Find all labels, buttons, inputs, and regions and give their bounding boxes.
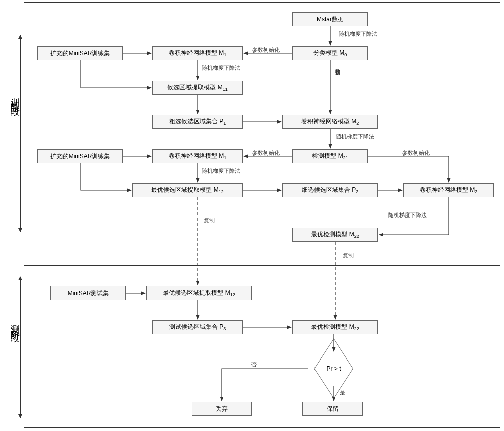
train-extent-arrow (20, 35, 28, 232)
box-m12-test: 最优候选区域提取模型 M12 (146, 286, 252, 300)
text-p2: 细选候选区域集合 P (302, 186, 356, 193)
box-m12: 最优候选区域提取模型 M12 (132, 183, 243, 197)
label-sgd-2: 随机梯度下降法 (202, 64, 240, 72)
box-m2-bot: 卷积神经网络模型 M2 (403, 183, 494, 197)
label-sgd-1: 随机梯度下降法 (339, 30, 377, 38)
text-m1top-sub: 1 (224, 53, 226, 58)
box-m1-bot: 卷积神经网络模型 M1 (152, 149, 243, 163)
box-p2: 细选候选区域集合 P2 (282, 183, 378, 197)
text-m11: 候选区域提取模型 M (167, 84, 222, 91)
box-aug2: 扩充的MiniSAR训练集 (37, 149, 123, 163)
label-copy-1: 复制 (204, 217, 215, 224)
text-m2bot: 卷积神经网络模型 M (420, 186, 475, 193)
text-m12: 最优候选区域提取模型 M (151, 186, 218, 193)
text-m0: 分类模型 M (313, 49, 344, 56)
box-p1: 粗选候选区域集合 P1 (152, 115, 243, 129)
text-keep: 保留 (327, 405, 339, 413)
label-sgd-4: 随机梯度下降法 (202, 167, 240, 175)
box-m2-top: 卷积神经网络模型 M2 (282, 115, 378, 129)
text-m11-sub: 11 (223, 87, 228, 92)
box-m11: 候选区域提取模型 M11 (152, 81, 243, 95)
test-extent-arrow (20, 277, 28, 418)
box-p3: 测试候选区域集合 P3 (152, 320, 243, 334)
text-m2top-sub: 2 (356, 121, 359, 126)
text-m22: 最优检测模型 M (311, 231, 354, 238)
text-cond: Pr > t (326, 365, 341, 372)
label-sgd-5: 随机梯度下降法 (388, 211, 427, 219)
text-p3-sub: 3 (223, 327, 226, 332)
text-p2-sub: 2 (356, 190, 358, 195)
diamond-cond: Pr > t (308, 353, 359, 384)
box-m0: 分类模型 M0 (292, 46, 368, 60)
label-init-2: 参数初始化 (252, 149, 280, 157)
text-p1-sub: 1 (223, 121, 226, 126)
text-aug1: 扩充的MiniSAR训练集 (50, 49, 110, 58)
box-m22-test: 最优检测模型 M22 (292, 320, 378, 334)
text-discard: 丢弃 (216, 405, 228, 413)
label-sgd-3: 随机梯度下降法 (336, 133, 374, 140)
phase-label-test: 测试阶段 (9, 317, 21, 329)
label-init-3: 参数初始化 (402, 149, 430, 157)
text-m1bot-sub: 1 (224, 156, 226, 161)
box-testset: MiniSAR测试集 (50, 286, 126, 300)
label-copy-2: 复制 (343, 252, 354, 259)
text-p3: 测试候选区域集合 P (169, 323, 223, 330)
text-m21-sub: 21 (343, 156, 348, 161)
text-p1: 粗选候选区域集合 P (169, 118, 223, 125)
text-mstar: Mstar数据 (317, 15, 344, 24)
box-m21: 检测模型 M21 (292, 149, 368, 163)
box-keep: 保留 (302, 402, 363, 416)
box-mstar: Mstar数据 (292, 12, 368, 26)
text-m12test-sub: 12 (230, 293, 235, 298)
label-yes: 是 (340, 389, 345, 396)
text-m22test-sub: 22 (354, 327, 359, 332)
text-m2bot-sub: 2 (475, 190, 477, 195)
text-m12-sub: 12 (219, 190, 224, 195)
box-aug1: 扩充的MiniSAR训练集 (37, 46, 123, 60)
box-discard: 丢弃 (192, 402, 252, 416)
label-init-1: 参数初始化 (252, 46, 280, 54)
text-m21: 检测模型 M (312, 152, 343, 159)
text-m12test: 最优候选区域提取模型 M (163, 289, 230, 296)
label-no: 否 (251, 361, 257, 368)
train-frame (24, 2, 500, 266)
text-m22test: 最优检测模型 M (311, 323, 354, 330)
box-m22: 最优检测模型 M22 (292, 228, 378, 242)
text-m1bot: 卷积神经网络模型 M (169, 152, 224, 159)
text-aug2: 扩充的MiniSAR训练集 (50, 152, 110, 161)
box-m1-top: 卷积神经网络模型 M1 (152, 46, 243, 60)
text-m1top: 卷积神经网络模型 M (169, 49, 224, 56)
text-m2top: 卷积神经网络模型 M (301, 118, 356, 125)
text-m0-sub: 0 (344, 53, 347, 58)
phase-label-train: 训练阶段 (9, 91, 21, 103)
text-testset: MiniSAR测试集 (68, 289, 109, 298)
text-m22-sub: 22 (354, 234, 359, 239)
